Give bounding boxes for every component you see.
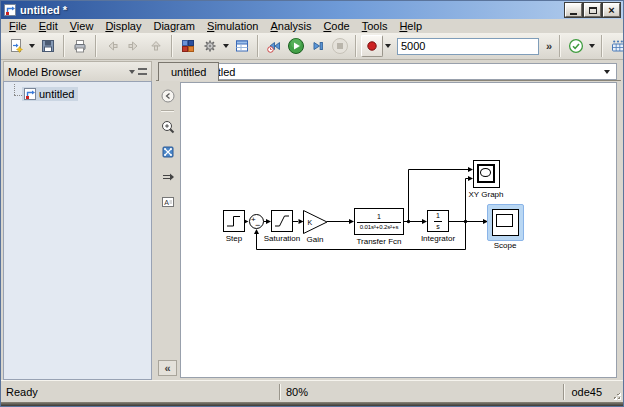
model-browser-title: Model Browser bbox=[8, 66, 81, 78]
stop-time-input[interactable] bbox=[397, 38, 539, 55]
tool-palette: A « bbox=[156, 81, 179, 380]
update-check-dropdown-icon[interactable] bbox=[589, 44, 595, 48]
breadcrumb-dropdown-icon[interactable] bbox=[604, 70, 610, 74]
sample-time-legend-button[interactable] bbox=[607, 35, 624, 57]
model-configuration-gear-button[interactable] bbox=[199, 35, 221, 57]
window-bottom-border bbox=[1, 402, 623, 406]
diagram-canvas[interactable]: Step + − Saturation K Gain 1 0.01s bbox=[180, 82, 617, 378]
resize-grip[interactable] bbox=[609, 388, 623, 402]
tree-connector bbox=[14, 95, 22, 96]
step-forward-button[interactable] bbox=[307, 35, 329, 57]
tree-item-untitled[interactable]: untitled bbox=[22, 87, 78, 101]
editor-area: untitled A « untitled bbox=[156, 61, 621, 380]
tf-numerator: 1 bbox=[377, 213, 381, 221]
run-button[interactable] bbox=[285, 35, 307, 57]
zoom-level: 80% bbox=[281, 386, 563, 398]
menu-display[interactable]: Display bbox=[99, 20, 147, 32]
block-saturation[interactable] bbox=[271, 210, 293, 232]
simulink-window: untitled * × File Edit View Display Diag… bbox=[0, 0, 624, 407]
block-transfer-fcn[interactable]: 1 0.01s³+0.2s²+s bbox=[354, 208, 404, 235]
model-browser-header: Model Browser bbox=[3, 61, 152, 81]
menu-view[interactable]: View bbox=[64, 20, 100, 32]
menu-tools[interactable]: Tools bbox=[356, 20, 394, 32]
tab-untitled[interactable]: untitled bbox=[158, 62, 219, 81]
breadcrumb: untitled bbox=[180, 63, 617, 80]
solver-name: ode45 bbox=[565, 386, 607, 398]
forward-button[interactable] bbox=[123, 35, 145, 57]
toolbar-overflow-chevron[interactable]: » bbox=[543, 40, 555, 52]
up-button[interactable] bbox=[145, 35, 167, 57]
toolbar-separator bbox=[601, 35, 603, 57]
gain-value: K bbox=[308, 219, 313, 226]
block-sum[interactable]: + − bbox=[249, 214, 264, 229]
block-label-integrator: Integrator bbox=[403, 234, 473, 243]
save-button[interactable] bbox=[37, 35, 59, 57]
menu-help[interactable]: Help bbox=[393, 20, 428, 32]
minimize-button[interactable] bbox=[565, 3, 582, 17]
model-configuration-dropdown-icon[interactable] bbox=[223, 44, 229, 48]
model-browser-tree: untitled bbox=[3, 81, 152, 380]
panel-dropdown-icon[interactable] bbox=[129, 70, 135, 74]
toolbar: » bbox=[1, 33, 623, 60]
block-label-gain: Gain bbox=[280, 235, 350, 244]
svg-text:A: A bbox=[164, 198, 169, 205]
toolbar-separator bbox=[171, 35, 173, 57]
zoom-in-icon[interactable] bbox=[158, 117, 177, 136]
update-check-button[interactable] bbox=[565, 35, 587, 57]
annotation-icon[interactable]: A bbox=[158, 192, 177, 211]
new-model-dropdown-icon[interactable] bbox=[29, 44, 35, 48]
tab-label: untitled bbox=[171, 66, 206, 78]
palette-separator bbox=[161, 110, 174, 112]
record-dropdown-icon[interactable] bbox=[385, 44, 391, 48]
menu-edit[interactable]: Edit bbox=[33, 20, 64, 32]
close-button[interactable]: × bbox=[603, 3, 620, 17]
menu-diagram[interactable]: Diagram bbox=[147, 20, 201, 32]
integrator-denominator: s bbox=[436, 223, 440, 231]
step-back-button[interactable] bbox=[263, 35, 285, 57]
block-label-xy-graph: XY Graph bbox=[451, 190, 521, 199]
tree-connector bbox=[14, 84, 15, 95]
menu-analysis[interactable]: Analysis bbox=[264, 20, 317, 32]
toolbar-separator bbox=[355, 35, 357, 57]
scope-icon bbox=[496, 214, 513, 227]
new-model-button[interactable] bbox=[5, 35, 27, 57]
model-browser-panel: Model Browser untitled bbox=[3, 61, 152, 380]
window-title: untitled * bbox=[20, 4, 67, 16]
stop-button[interactable] bbox=[329, 35, 351, 57]
signal-arrows-icon[interactable] bbox=[158, 167, 177, 186]
saturation-icon bbox=[272, 211, 292, 231]
block-label-scope: Scope bbox=[470, 241, 540, 250]
menu-file[interactable]: File bbox=[3, 20, 33, 32]
toolbar-separator bbox=[63, 35, 65, 57]
app-icon bbox=[4, 4, 16, 16]
sum-minus-sign: − bbox=[255, 221, 260, 230]
xy-graph-icon bbox=[477, 164, 495, 183]
fit-to-view-icon[interactable] bbox=[158, 142, 177, 161]
block-step[interactable] bbox=[223, 210, 245, 232]
tree-item-label: untitled bbox=[39, 88, 74, 100]
block-gain[interactable]: K bbox=[303, 210, 328, 234]
panel-menu-icon[interactable] bbox=[138, 68, 147, 75]
menu-simulation[interactable]: Simulation bbox=[201, 20, 264, 32]
status-bar: Ready 80% ode45 bbox=[1, 380, 623, 402]
browse-back-button[interactable] bbox=[158, 86, 177, 105]
maximize-button[interactable] bbox=[584, 3, 601, 17]
model-icon bbox=[24, 88, 36, 100]
block-integrator[interactable]: 1 s bbox=[427, 210, 449, 232]
block-xy-graph[interactable] bbox=[473, 160, 500, 188]
tf-denominator: 0.01s³+0.2s²+s bbox=[360, 224, 399, 231]
title-bar: untitled * × bbox=[1, 1, 623, 19]
back-button[interactable] bbox=[101, 35, 123, 57]
print-button[interactable] bbox=[69, 35, 91, 57]
record-button[interactable] bbox=[361, 35, 383, 57]
collapse-palette-button[interactable]: « bbox=[158, 360, 177, 376]
toolbar-separator bbox=[559, 35, 561, 57]
menu-bar: File Edit View Display Diagram Simulatio… bbox=[1, 19, 623, 33]
status-message: Ready bbox=[1, 386, 279, 398]
toolbar-separator bbox=[95, 35, 97, 57]
block-scope[interactable] bbox=[492, 209, 519, 236]
toolbar-separator bbox=[257, 35, 259, 57]
model-explorer-button[interactable] bbox=[231, 35, 253, 57]
menu-code[interactable]: Code bbox=[317, 20, 355, 32]
library-browser-button[interactable] bbox=[177, 35, 199, 57]
